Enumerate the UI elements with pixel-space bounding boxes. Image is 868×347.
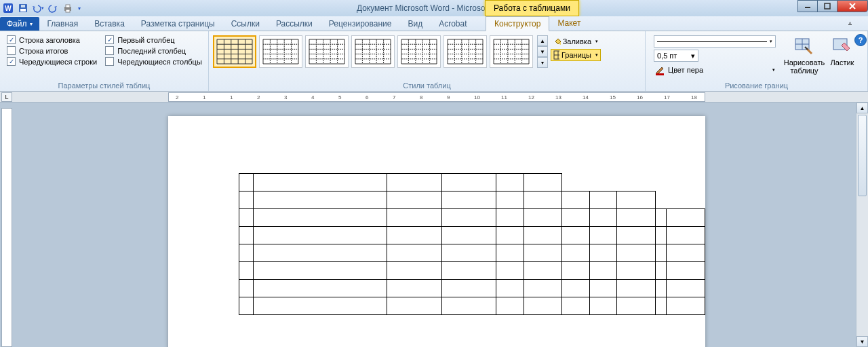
table-cell[interactable]: [253, 209, 387, 227]
table-row[interactable]: [239, 262, 705, 280]
horizontal-ruler[interactable]: 21123456789101112131415161718: [168, 92, 705, 102]
table-cell[interactable]: [253, 174, 387, 191]
table-cell[interactable]: [655, 262, 667, 280]
table-cell[interactable]: [441, 280, 496, 297]
table-style-item[interactable]: [213, 35, 256, 68]
table-cell[interactable]: [524, 174, 562, 191]
table-cell[interactable]: [617, 280, 656, 297]
table-cell[interactable]: [617, 209, 656, 227]
table-cell[interactable]: [441, 244, 496, 262]
table-cell[interactable]: [617, 227, 656, 244]
close-button[interactable]: [837, 0, 868, 12]
tab-table-layout[interactable]: Макет: [549, 16, 589, 31]
table-cell[interactable]: [617, 244, 656, 262]
table-cell[interactable]: [589, 244, 617, 262]
table-cell[interactable]: [562, 280, 590, 297]
checkbox-banded-rows[interactable]: ✓Чередующиеся строки: [7, 57, 97, 66]
table-cell[interactable]: [562, 191, 590, 209]
table-row[interactable]: [239, 227, 705, 244]
table-cell[interactable]: [496, 227, 524, 244]
table-cell[interactable]: [239, 209, 254, 227]
table-style-item[interactable]: [443, 35, 487, 68]
table-cell[interactable]: [441, 191, 496, 209]
table-cell[interactable]: [667, 209, 705, 227]
table-cell[interactable]: [524, 280, 562, 297]
table-cell[interactable]: [239, 280, 254, 297]
table-cell[interactable]: [253, 244, 387, 262]
table-style-item[interactable]: [490, 35, 533, 68]
table-cell[interactable]: [589, 262, 617, 280]
gallery-up-button[interactable]: ▲: [537, 35, 548, 46]
table-cell[interactable]: [562, 244, 590, 262]
table-cell[interactable]: [387, 227, 442, 244]
ribbon-minimize-icon[interactable]: ▵: [848, 19, 852, 26]
tab-insert[interactable]: Вставка: [86, 17, 133, 31]
tab-view[interactable]: Вид: [399, 17, 431, 31]
table-cell[interactable]: [524, 191, 562, 209]
tab-page-layout[interactable]: Разметка страницы: [133, 17, 223, 31]
table-cell[interactable]: [239, 191, 254, 209]
gallery-down-button[interactable]: ▼: [537, 46, 548, 57]
table-cell[interactable]: [253, 227, 387, 244]
table-cell[interactable]: [441, 174, 496, 191]
checkbox-header-row[interactable]: ✓Строка заголовка: [7, 35, 97, 44]
tab-references[interactable]: Ссылки: [223, 17, 268, 31]
table-cell[interactable]: [441, 227, 496, 244]
line-style-select[interactable]: ▾: [654, 35, 776, 48]
line-weight-select[interactable]: 0,5 пт▾: [654, 50, 698, 62]
tab-acrobat[interactable]: Acrobat: [431, 17, 475, 31]
table-cell[interactable]: [562, 209, 590, 227]
table-cell[interactable]: [387, 297, 442, 315]
qat-dropdown-icon[interactable]: ▾: [76, 1, 83, 15]
checkbox-last-column[interactable]: Последний столбец: [105, 46, 202, 55]
table-cell[interactable]: [387, 262, 442, 280]
table-cell[interactable]: [655, 209, 667, 227]
table-cell[interactable]: [667, 227, 705, 244]
table-row[interactable]: [239, 209, 705, 227]
table-cell[interactable]: [617, 262, 656, 280]
vertical-ruler[interactable]: [1, 108, 12, 347]
scroll-down-button[interactable]: ▼: [856, 336, 868, 347]
table-row[interactable]: [239, 244, 705, 262]
table-cell[interactable]: [239, 244, 254, 262]
word-icon[interactable]: W: [1, 1, 15, 15]
table-cell[interactable]: [496, 209, 524, 227]
table-cell[interactable]: [496, 244, 524, 262]
vertical-scrollbar[interactable]: ▲ ▼: [856, 103, 868, 347]
table-cell[interactable]: [239, 174, 254, 191]
table-style-item[interactable]: [397, 35, 441, 68]
table-cell[interactable]: [617, 191, 656, 209]
table-cell[interactable]: [524, 297, 562, 315]
table-cell[interactable]: [617, 297, 656, 315]
table-cell[interactable]: [441, 262, 496, 280]
table-cell[interactable]: [589, 209, 617, 227]
pen-color-button[interactable]: Цвет пера ▾: [654, 64, 776, 76]
table-cell[interactable]: [441, 209, 496, 227]
tab-home[interactable]: Главная: [39, 17, 87, 31]
table-cell[interactable]: [496, 174, 524, 191]
table-cell[interactable]: [496, 191, 524, 209]
table-cell[interactable]: [524, 227, 562, 244]
table-cell[interactable]: [589, 191, 617, 209]
page[interactable]: [168, 116, 705, 347]
borders-button[interactable]: Границы ▾: [551, 49, 601, 61]
table-cell[interactable]: [524, 244, 562, 262]
table-row[interactable]: [239, 280, 705, 297]
table-cell[interactable]: [253, 191, 387, 209]
undo-icon[interactable]: ▾: [31, 1, 45, 15]
tab-review[interactable]: Рецензирование: [321, 17, 400, 31]
table-cell[interactable]: [589, 227, 617, 244]
gallery-more-button[interactable]: ▾: [537, 57, 548, 68]
table-cell[interactable]: [239, 227, 254, 244]
eraser-button[interactable]: Ластик: [827, 35, 857, 75]
checkbox-total-row[interactable]: Строка итогов: [7, 46, 97, 55]
table-cell[interactable]: [667, 297, 705, 315]
table-cell[interactable]: [441, 297, 496, 315]
minimize-button[interactable]: [797, 0, 818, 12]
table-cell[interactable]: [387, 191, 442, 209]
table-cell[interactable]: [562, 297, 590, 315]
tab-selector[interactable]: L: [1, 92, 12, 102]
table-cell[interactable]: [667, 280, 705, 297]
table-cell[interactable]: [524, 262, 562, 280]
table-cell[interactable]: [562, 227, 590, 244]
